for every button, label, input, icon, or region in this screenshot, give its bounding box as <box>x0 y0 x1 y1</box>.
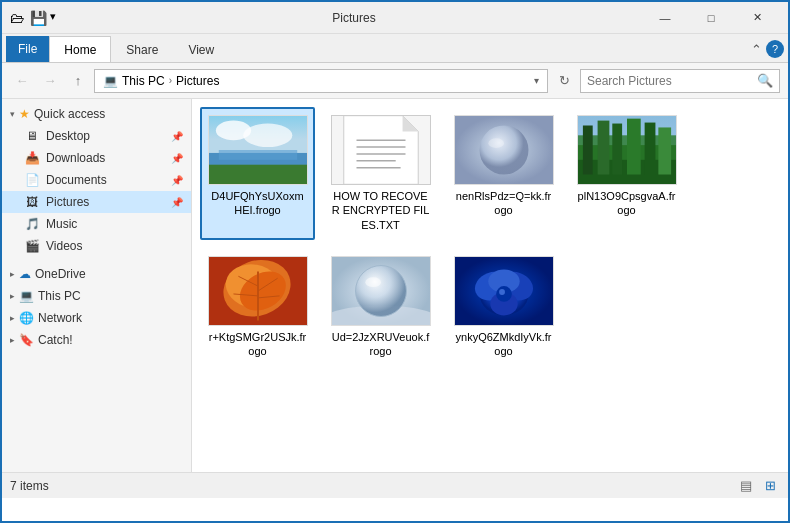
thispc-header[interactable]: ▸ 💻 This PC <box>2 285 191 307</box>
network-icon: 🌐 <box>19 311 34 325</box>
path-pictures[interactable]: Pictures <box>176 74 219 88</box>
pin-icon-pictures: 📌 <box>171 197 183 208</box>
path-dropdown-arrow[interactable]: ▾ <box>534 75 539 86</box>
svg-rect-22 <box>597 121 609 175</box>
sidebar-label-desktop: Desktop <box>46 129 90 143</box>
svg-point-6 <box>243 124 292 148</box>
sidebar: ▾ ★ Quick access 🖥 Desktop 📌 📥 Downloads… <box>2 99 192 472</box>
search-input[interactable] <box>587 74 753 88</box>
sidebar-item-pictures[interactable]: 🖼 Pictures 📌 <box>2 191 191 213</box>
items-count: 7 items <box>10 479 49 493</box>
status-right: ▤ ⊞ <box>736 476 780 496</box>
address-bar: ← → ↑ 💻 This PC › Pictures ▾ ↻ 🔍 <box>2 63 788 99</box>
ribbon-collapse-icon[interactable]: ⌃ <box>751 42 762 57</box>
onedrive-icon: ☁ <box>19 267 31 281</box>
onedrive-label: OneDrive <box>35 267 86 281</box>
network-arrow: ▸ <box>10 313 15 323</box>
search-icon[interactable]: 🔍 <box>757 73 773 88</box>
svg-rect-25 <box>644 123 655 175</box>
desktop-icon: 🖥 <box>24 128 40 144</box>
onedrive-arrow: ▸ <box>10 269 15 279</box>
path-thispc[interactable]: This PC <box>122 74 165 88</box>
star-icon: ★ <box>19 107 30 121</box>
sidebar-label-pictures: Pictures <box>46 195 89 209</box>
refresh-button[interactable]: ↻ <box>552 69 576 93</box>
forward-button[interactable]: → <box>38 69 62 93</box>
thispc-arrow: ▸ <box>10 291 15 301</box>
pin-icon-documents: 📌 <box>171 175 183 186</box>
file-item-2[interactable]: HOW TO RECOVER ENCRYPTED FILES.TXT <box>323 107 438 240</box>
ribbon-tabs: File Home Share View ⌃ ? <box>2 34 788 62</box>
file-name-4: plN13O9CpsgvaA.frogo <box>577 189 676 218</box>
file-item-6[interactable]: Ud=2JzXRUVeuok.frogo <box>323 248 438 367</box>
minimize-button[interactable]: — <box>642 2 688 34</box>
svg-rect-3 <box>209 165 307 185</box>
svg-rect-21 <box>582 126 592 175</box>
sidebar-item-documents[interactable]: 📄 Documents 📌 <box>2 169 191 191</box>
file-item-3[interactable]: nenRlsPdz=Q=kk.frogo <box>446 107 561 240</box>
sidebar-label-downloads: Downloads <box>46 151 105 165</box>
file-item-1[interactable]: D4UFQhYsUXoxmHEI.frogo <box>200 107 315 240</box>
pin-icon-downloads: 📌 <box>171 153 183 164</box>
list-view-button[interactable]: ▤ <box>736 476 756 496</box>
close-button[interactable]: ✕ <box>734 2 780 34</box>
file-name-1: D4UFQhYsUXoxmHEI.frogo <box>208 189 307 218</box>
search-box[interactable]: 🔍 <box>580 69 780 93</box>
tab-home[interactable]: Home <box>49 36 111 62</box>
network-header[interactable]: ▸ 🌐 Network <box>2 307 191 329</box>
file-thumbnail-2 <box>331 115 431 185</box>
videos-icon: 🎬 <box>24 238 40 254</box>
svg-point-17 <box>488 138 504 148</box>
save-icon-title: 💾 <box>30 10 46 26</box>
file-item-5[interactable]: r+KtgSMGr2USJk.frogo <box>200 248 315 367</box>
grid-view-button[interactable]: ⊞ <box>760 476 780 496</box>
address-path[interactable]: 💻 This PC › Pictures ▾ <box>94 69 548 93</box>
file-name-7: ynkyQ6ZMkdIyVk.frogo <box>454 330 553 359</box>
tab-view[interactable]: View <box>173 36 229 62</box>
file-name-5: r+KtgSMGr2USJk.frogo <box>208 330 307 359</box>
catch-icon: 🔖 <box>19 333 34 347</box>
maximize-button[interactable]: □ <box>688 2 734 34</box>
tab-file[interactable]: File <box>6 36 49 62</box>
pictures-icon: 🖼 <box>24 194 40 210</box>
tab-share[interactable]: Share <box>111 36 173 62</box>
onedrive-header[interactable]: ▸ ☁ OneDrive <box>2 263 191 285</box>
file-thumbnail-1 <box>208 115 308 185</box>
file-grid: D4UFQhYsUXoxmHEI.frogo HOW <box>200 107 780 366</box>
help-icon[interactable]: ? <box>766 40 784 58</box>
main-layout: ▾ ★ Quick access 🖥 Desktop 📌 📥 Downloads… <box>2 99 788 472</box>
sidebar-item-desktop[interactable]: 🖥 Desktop 📌 <box>2 125 191 147</box>
quick-access-header[interactable]: ▾ ★ Quick access <box>2 103 191 125</box>
file-thumbnail-3 <box>454 115 554 185</box>
svg-rect-24 <box>627 119 641 175</box>
catch-header[interactable]: ▸ 🔖 Catch! <box>2 329 191 351</box>
file-item-7[interactable]: ynkyQ6ZMkdIyVk.frogo <box>446 248 561 367</box>
sidebar-label-music: Music <box>46 217 77 231</box>
file-name-6: Ud=2JzXRUVeuok.frogo <box>331 330 430 359</box>
quick-access-arrow: ▾ <box>10 109 15 119</box>
path-icon: 💻 <box>103 74 118 88</box>
path-separator-1: › <box>169 75 172 86</box>
sidebar-item-downloads[interactable]: 📥 Downloads 📌 <box>2 147 191 169</box>
catch-arrow: ▸ <box>10 335 15 345</box>
thispc-label: This PC <box>38 289 81 303</box>
svg-point-47 <box>499 289 505 295</box>
status-bar: 7 items ▤ ⊞ <box>2 472 788 498</box>
title-bar: 🗁 💾 ▾ Pictures — □ ✕ <box>2 2 788 34</box>
thispc-icon: 💻 <box>19 289 34 303</box>
sidebar-item-videos[interactable]: 🎬 Videos <box>2 235 191 257</box>
up-button[interactable]: ↑ <box>66 69 90 93</box>
downloads-icon: 📥 <box>24 150 40 166</box>
documents-icon: 📄 <box>24 172 40 188</box>
sidebar-label-videos: Videos <box>46 239 82 253</box>
undo-icon-title: ▾ <box>50 10 66 26</box>
file-thumbnail-7 <box>454 256 554 326</box>
window-controls: — □ ✕ <box>642 2 780 34</box>
sidebar-item-music[interactable]: 🎵 Music <box>2 213 191 235</box>
catch-label: Catch! <box>38 333 73 347</box>
svg-rect-23 <box>612 124 622 175</box>
file-item-4[interactable]: plN13O9CpsgvaA.frogo <box>569 107 684 240</box>
back-button[interactable]: ← <box>10 69 34 93</box>
file-thumbnail-6 <box>331 256 431 326</box>
file-thumbnail-5 <box>208 256 308 326</box>
